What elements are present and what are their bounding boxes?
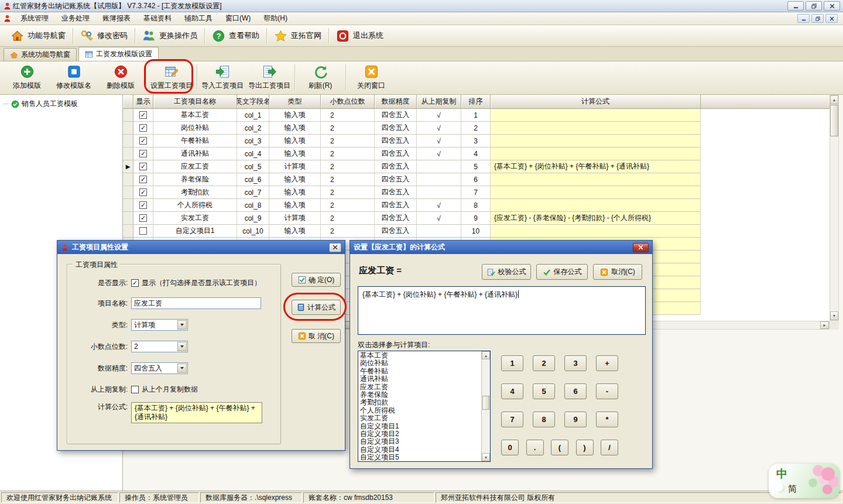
table-row[interactable]: 通讯补贴col_4输入项2四舍五入√4 xyxy=(123,148,701,160)
table-row[interactable]: 实发工资col_9计算项2四舍五入√9{应发工资} - {养老保险} - {考勤… xyxy=(123,212,701,225)
show-checkbox[interactable] xyxy=(131,279,139,287)
table-row[interactable]: ▶应发工资col_5计算项2四舍五入5{基本工资} + {岗位补贴} + {午餐… xyxy=(123,160,701,173)
menu-item-3[interactable]: 账簿报表 xyxy=(96,12,137,25)
close-button[interactable] xyxy=(824,1,840,11)
salary-item-option[interactable]: 岗位补贴 xyxy=(360,359,481,367)
ime-indicator[interactable]: 中 简 xyxy=(769,464,839,498)
vertical-scroll-thumb[interactable] xyxy=(830,105,838,136)
export-salary-items-button[interactable]: 导出工资项目 xyxy=(246,63,293,92)
calc-items-listbox[interactable]: 基本工资岗位补贴午餐补贴通讯补贴应发工资养老保险考勤扣款个人所得税实发工资自定义… xyxy=(358,351,491,462)
rename-template-button[interactable]: 修改模版名 xyxy=(50,63,97,92)
row-selector-cell[interactable] xyxy=(123,135,133,148)
show-checkbox[interactable] xyxy=(139,137,147,145)
salary-item-option[interactable]: 基本工资 xyxy=(360,352,481,359)
table-row[interactable]: 基本工资col_1输入项2四舍五入√1 xyxy=(123,109,701,122)
row-selector-cell[interactable] xyxy=(123,122,133,135)
show-checkbox[interactable] xyxy=(139,150,147,157)
listbox-scroll-thumb[interactable] xyxy=(482,396,489,410)
table-row[interactable]: 午餐补贴col_3输入项2四舍五入√3 xyxy=(123,135,701,148)
dropdown-button[interactable] xyxy=(177,342,187,351)
calc-key-0[interactable]: 0 xyxy=(501,440,519,455)
calc-key-1[interactable]: 1 xyxy=(501,355,523,371)
menu-item-7[interactable]: 帮助(H) xyxy=(257,12,294,25)
formula-memo[interactable]: {基本工资} + {岗位补贴} + {午餐补贴} + {通讯补贴} xyxy=(131,402,262,423)
cancel-button[interactable]: 取消(C) xyxy=(593,264,642,280)
show-checkbox[interactable] xyxy=(139,227,147,235)
scroll-up-button[interactable] xyxy=(830,95,838,104)
save-formula-button[interactable]: 保存公式 xyxy=(536,264,588,280)
calc-key-2[interactable]: 2 xyxy=(533,355,555,371)
calc-key-7[interactable]: 7 xyxy=(501,412,523,427)
show-checkbox[interactable] xyxy=(139,188,147,196)
exit-system-button[interactable]: 退出系统 xyxy=(330,28,389,44)
calc-key-minus[interactable]: - xyxy=(596,383,618,399)
salary-item-option[interactable]: 自定义项目1 xyxy=(360,423,481,430)
menu-item-6[interactable]: 窗口(W) xyxy=(219,12,257,25)
menu-item-5[interactable]: 辅助工具 xyxy=(178,12,219,25)
table-row[interactable]: 自定义项目1col_10输入项2四舍五入10 xyxy=(123,225,701,238)
salary-item-option[interactable]: 养老保险 xyxy=(360,391,481,399)
precision-select[interactable]: 四舍五入 xyxy=(131,362,188,374)
dropdown-button[interactable] xyxy=(177,364,187,373)
calc-key-open-paren[interactable]: ( xyxy=(551,440,568,455)
nav-window-button[interactable]: 功能导航窗 xyxy=(5,28,71,44)
salary-item-option[interactable]: 通讯补贴 xyxy=(360,375,481,383)
minimize-button[interactable] xyxy=(787,1,804,11)
calc-key-3[interactable]: 3 xyxy=(564,355,587,371)
tree-item-template[interactable]: 销售人员工资模板 xyxy=(0,95,122,109)
menu-item-1[interactable]: 系统管理 xyxy=(14,12,55,25)
menu-item-4[interactable]: 基础资料 xyxy=(137,12,178,25)
salary-item-option[interactable]: 实发工资 xyxy=(360,414,481,422)
scroll-down-button[interactable] xyxy=(830,311,838,320)
row-selector-cell[interactable] xyxy=(123,109,133,122)
verify-formula-button[interactable]: 校验公式 xyxy=(482,264,531,280)
change-password-button[interactable]: 修改密码 xyxy=(74,28,133,44)
salary-item-option[interactable]: 自定义项目3 xyxy=(360,438,481,445)
add-template-button[interactable]: 添加模版 xyxy=(4,63,50,92)
official-site-button[interactable]: 亚拓官网 xyxy=(268,28,327,44)
calc-key-divide[interactable]: / xyxy=(601,440,618,455)
import-salary-items-button[interactable]: 导入工资项目 xyxy=(199,63,246,92)
type-select[interactable]: 计算项 xyxy=(131,319,188,331)
dialog-close-button[interactable] xyxy=(633,243,649,252)
calc-key-9[interactable]: 9 xyxy=(564,412,587,427)
salary-item-option[interactable]: 午餐补贴 xyxy=(360,368,481,375)
view-help-button[interactable]: ?查看帮助 xyxy=(206,28,265,44)
calc-key-5[interactable]: 5 xyxy=(533,383,555,399)
mdi-restore-button[interactable] xyxy=(811,14,824,23)
calc-key-6[interactable]: 6 xyxy=(564,383,587,399)
calc-key-4[interactable]: 4 xyxy=(501,383,523,399)
row-selector-cell[interactable]: ▶ xyxy=(123,160,133,173)
row-selector-cell[interactable] xyxy=(123,148,133,160)
cancel-button[interactable]: 取 消(C) xyxy=(292,329,341,343)
table-row[interactable]: 个人所得税col_8输入项2四舍五入√8 xyxy=(123,199,701,212)
show-checkbox[interactable] xyxy=(139,214,147,222)
salary-item-option[interactable]: 考勤扣款 xyxy=(360,399,481,406)
item-name-input[interactable] xyxy=(131,297,261,309)
tab-salary-template-settings[interactable]: 工资发放模版设置 xyxy=(78,47,159,61)
row-selector-cell[interactable] xyxy=(123,212,133,225)
listbox-scrollbar[interactable] xyxy=(481,351,490,461)
show-checkbox[interactable] xyxy=(139,176,147,183)
menu-item-2[interactable]: 业务处理 xyxy=(55,12,96,25)
calc-formula-button[interactable]: 计算公式 xyxy=(292,300,341,315)
show-checkbox[interactable] xyxy=(139,111,147,119)
dialog-close-button[interactable] xyxy=(329,243,341,252)
formula-editor[interactable]: {基本工资} + {岗位补贴} + {午餐补贴} + {通讯补贴} xyxy=(358,286,646,335)
salary-item-option[interactable]: 自定义项目4 xyxy=(360,446,481,454)
salary-item-option[interactable]: 自定义项目5 xyxy=(360,454,481,461)
row-selector-cell[interactable] xyxy=(123,186,133,199)
show-checkbox[interactable] xyxy=(139,201,147,209)
show-checkbox[interactable] xyxy=(139,163,147,170)
table-row[interactable]: 考勤扣款col_7输入项2四舍五入7 xyxy=(123,186,701,199)
mdi-minimize-button[interactable] xyxy=(797,14,810,23)
calc-key-multiply[interactable]: * xyxy=(596,412,618,427)
calc-key-plus[interactable]: + xyxy=(596,355,618,371)
scroll-down-button[interactable] xyxy=(482,453,490,461)
calc-key-close-paren[interactable]: ) xyxy=(576,440,594,455)
row-selector-cell[interactable] xyxy=(123,225,133,238)
refresh-button[interactable]: 刷新(R) xyxy=(297,63,344,92)
salary-item-option[interactable]: 自定义项目2 xyxy=(360,430,481,438)
calc-key-decimal[interactable]: . xyxy=(526,440,544,455)
table-row[interactable]: 岗位补贴col_2输入项2四舍五入√2 xyxy=(123,122,701,135)
